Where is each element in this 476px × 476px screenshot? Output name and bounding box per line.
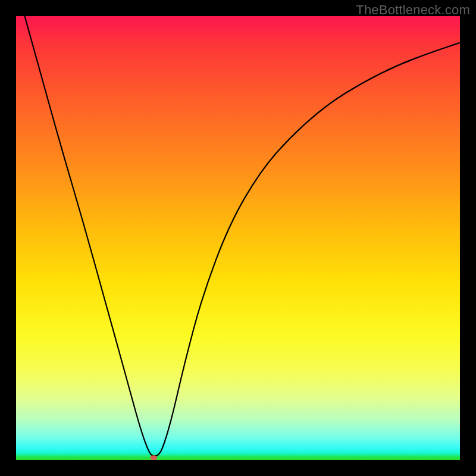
chart-frame: TheBottleneck.com <box>0 0 476 476</box>
marker-dot <box>150 455 157 460</box>
watermark-text: TheBottleneck.com <box>356 2 470 18</box>
chart-svg <box>16 16 460 460</box>
plot-area <box>16 16 460 460</box>
curve-line <box>16 16 460 456</box>
